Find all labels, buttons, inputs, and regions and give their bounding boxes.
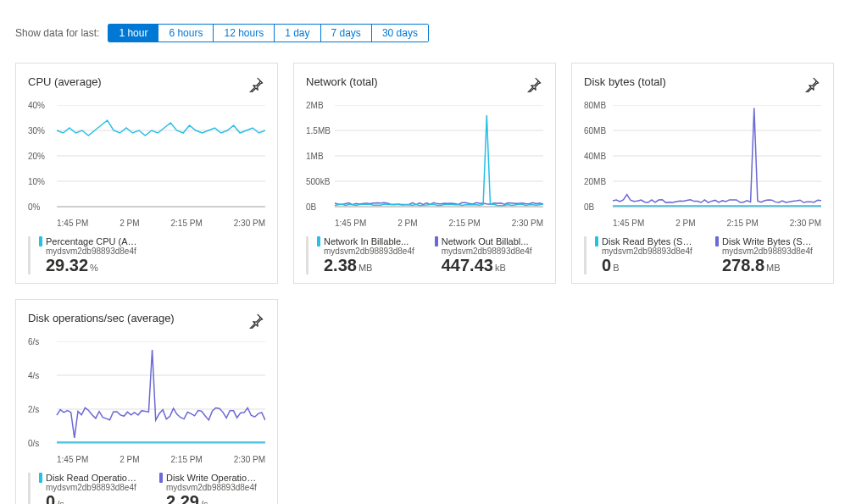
- legend-metric-name: Disk Write Bytes (Sum): [722, 236, 815, 246]
- x-tick-label: 2:15 PM: [449, 219, 481, 228]
- legend-item[interactable]: Network In Billable...mydsvm2db98893d8e4…: [317, 236, 414, 274]
- x-tick-label: 2 PM: [675, 219, 695, 228]
- legend-value: 278.8MB: [715, 256, 815, 274]
- legend-metric-name: Disk Read Operations...: [46, 473, 139, 483]
- legend-item[interactable]: Disk Read Operations...mydsvm2db98893d8e…: [39, 473, 139, 504]
- legend-resource-name: mydsvm2db98893d8e4f: [317, 246, 414, 256]
- x-tick-label: 2 PM: [120, 455, 139, 464]
- legend-resource-name: mydsvm2db98893d8e4f: [39, 483, 139, 492]
- x-axis: 1:45 PM2 PM2:15 PM2:30 PM: [584, 219, 821, 228]
- legend-value: 447.43kB: [435, 256, 532, 274]
- chart-legend: Disk Read Operations...mydsvm2db98893d8e…: [28, 473, 265, 504]
- x-tick-label: 2:30 PM: [512, 219, 543, 228]
- legend-metric-name: Network In Billable...: [324, 236, 409, 246]
- time-range-tab[interactable]: 1 day: [275, 25, 320, 42]
- chart-plot[interactable]: 6/s4/s2/s0/s: [28, 341, 265, 451]
- chart-legend: Percentage CPU (Avg)mydsvm2db98893d8e4f2…: [28, 236, 265, 274]
- x-tick-label: 2 PM: [397, 219, 417, 228]
- legend-item[interactable]: Percentage CPU (Avg)mydsvm2db98893d8e4f2…: [39, 236, 139, 274]
- chart-plot[interactable]: 80MB60MB40MB20MB0B: [584, 105, 821, 215]
- legend-value: 0/s: [39, 492, 139, 504]
- x-axis: 1:45 PM2 PM2:15 PM2:30 PM: [28, 219, 265, 228]
- pin-button[interactable]: [525, 75, 543, 97]
- legend-swatch: [715, 236, 719, 246]
- legend-resource-name: mydsvm2db98893d8e4f: [435, 246, 532, 256]
- chart-title: Disk operations/sec (average): [28, 312, 175, 324]
- legend-resource-name: mydsvm2db98893d8e4f: [159, 483, 259, 492]
- x-tick-label: 2:30 PM: [790, 219, 821, 228]
- x-tick-label: 1:45 PM: [335, 219, 366, 228]
- chart-title: Disk bytes (total): [584, 75, 666, 88]
- legend-swatch: [39, 473, 42, 483]
- time-range-tab[interactable]: 6 hours: [158, 25, 214, 42]
- legend-swatch: [435, 236, 438, 246]
- legend-value: 29.32%: [39, 256, 139, 274]
- time-range-tab[interactable]: 12 hours: [214, 25, 275, 42]
- chart-plot[interactable]: 2MB1.5MB1MB500kB0B: [306, 105, 543, 215]
- x-tick-label: 1:45 PM: [57, 219, 88, 228]
- x-tick-label: 2:15 PM: [171, 455, 203, 464]
- time-range-tabs: 1 hour6 hours12 hours1 day7 days30 days: [108, 24, 429, 42]
- chart-title: Network (total): [306, 75, 378, 88]
- x-tick-label: 2 PM: [120, 219, 139, 228]
- legend-swatch: [595, 236, 598, 246]
- time-range-selector: Show data for last: 1 hour6 hours12 hour…: [15, 24, 841, 42]
- legend-resource-name: mydsvm2db98893d8e4f: [39, 246, 139, 256]
- legend-value: 2.29/s: [159, 492, 259, 504]
- x-tick-label: 1:45 PM: [613, 219, 644, 228]
- chart-legend: Network In Billable...mydsvm2db98893d8e4…: [306, 236, 543, 274]
- chart-card-diskbytes: Disk bytes (total)80MB60MB40MB20MB0B1:45…: [571, 63, 834, 284]
- x-axis: 1:45 PM2 PM2:15 PM2:30 PM: [306, 219, 543, 228]
- charts-grid: CPU (average)40%30%20%10%0%1:45 PM2 PM2:…: [15, 63, 841, 504]
- chart-plot[interactable]: 40%30%20%10%0%: [28, 105, 265, 215]
- chart-title: CPU (average): [28, 75, 102, 88]
- chart-card-cpu: CPU (average)40%30%20%10%0%1:45 PM2 PM2:…: [15, 63, 278, 284]
- legend-swatch: [159, 473, 163, 483]
- legend-item[interactable]: Disk Write Operation...mydsvm2db98893d8e…: [159, 473, 259, 504]
- x-tick-label: 2:30 PM: [234, 455, 265, 464]
- legend-item[interactable]: Disk Read Bytes (Sum)mydsvm2db98893d8e4f…: [595, 236, 695, 274]
- time-range-label: Show data for last:: [15, 27, 99, 39]
- time-range-tab[interactable]: 7 days: [321, 25, 372, 42]
- x-tick-label: 1:45 PM: [57, 455, 88, 464]
- legend-item[interactable]: Network Out Billabl...mydsvm2db98893d8e4…: [435, 236, 532, 274]
- chart-card-diskops: Disk operations/sec (average)6/s4/s2/s0/…: [15, 299, 278, 504]
- pin-button[interactable]: [247, 75, 265, 97]
- chart-card-network: Network (total)2MB1.5MB1MB500kB0B1:45 PM…: [293, 63, 556, 284]
- pin-button[interactable]: [247, 312, 265, 333]
- legend-metric-name: Disk Write Operation...: [166, 473, 259, 483]
- legend-swatch: [317, 236, 320, 246]
- legend-resource-name: mydsvm2db98893d8e4f: [595, 246, 695, 256]
- time-range-tab[interactable]: 1 hour: [108, 25, 158, 42]
- x-tick-label: 2:15 PM: [727, 219, 759, 228]
- pin-button[interactable]: [803, 75, 821, 97]
- legend-metric-name: Network Out Billabl...: [442, 236, 529, 246]
- legend-value: 2.38MB: [317, 256, 414, 274]
- legend-resource-name: mydsvm2db98893d8e4f: [715, 246, 815, 256]
- chart-legend: Disk Read Bytes (Sum)mydsvm2db98893d8e4f…: [584, 236, 821, 274]
- legend-metric-name: Percentage CPU (Avg): [46, 236, 139, 246]
- x-tick-label: 2:15 PM: [171, 219, 203, 228]
- legend-metric-name: Disk Read Bytes (Sum): [602, 236, 695, 246]
- time-range-tab[interactable]: 30 days: [372, 25, 428, 42]
- legend-swatch: [39, 236, 42, 246]
- x-axis: 1:45 PM2 PM2:15 PM2:30 PM: [28, 455, 265, 464]
- legend-item[interactable]: Disk Write Bytes (Sum)mydsvm2db98893d8e4…: [715, 236, 815, 274]
- legend-value: 0B: [595, 256, 695, 274]
- x-tick-label: 2:30 PM: [234, 219, 265, 228]
